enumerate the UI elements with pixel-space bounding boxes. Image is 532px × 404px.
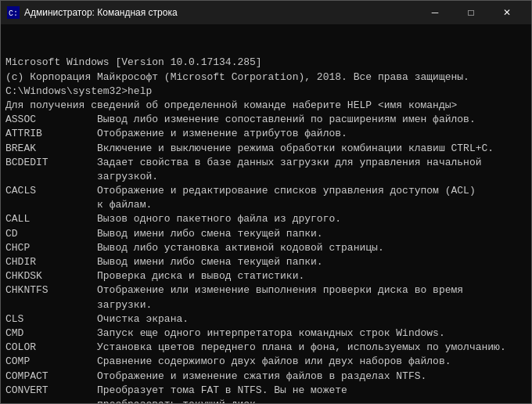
console-line: BREAK Включение и выключение режима обра… xyxy=(5,142,527,156)
maximize-button[interactable]: □ xyxy=(453,1,489,24)
titlebar: C: Администратор: Командная строка ─ □ ✕ xyxy=(1,1,531,24)
close-button[interactable]: ✕ xyxy=(489,1,525,24)
console-line: Для получения сведений об определенной к… xyxy=(5,99,527,113)
console-line: ASSOC Вывод либо изменение сопоставлений… xyxy=(5,113,527,127)
console-line: C:\Windows\system32>help xyxy=(5,85,527,99)
cmd-window: C: Администратор: Командная строка ─ □ ✕… xyxy=(0,0,532,404)
console-line: CONVERT Преобразует тома FAT в NTFS. Вы … xyxy=(5,384,527,398)
console-line: Microsoft Windows [Version 10.0.17134.28… xyxy=(5,56,527,70)
cmd-icon: C: xyxy=(7,6,20,19)
console-line: ATTRIB Отображение и изменение атрибутов… xyxy=(5,127,527,141)
console-line: COMPACT Отображение и изменение сжатия ф… xyxy=(5,370,527,384)
console-line: CLS Очистка экрана. xyxy=(5,312,527,326)
console-line: к файлам. xyxy=(5,198,527,212)
console-line: преобразовать текущий диск. xyxy=(5,398,527,403)
console-line: загрузки. xyxy=(5,298,527,312)
console-line: CALL Вызов одного пакетного файла из дру… xyxy=(5,212,527,226)
window-controls: ─ □ ✕ xyxy=(417,1,525,24)
console-line: COMP Сравнение содержимого двух файлов и… xyxy=(5,355,527,369)
console-line: BCDEDIT Задает свойства в базе данных за… xyxy=(5,156,527,170)
minimize-button[interactable]: ─ xyxy=(417,1,453,24)
console-line: CD Вывод имени либо смена текущей папки. xyxy=(5,227,527,241)
console-line: CHKDSK Проверка диска и вывод статистики… xyxy=(5,269,527,283)
console-line: CMD Запуск еще одного интерпретатора ком… xyxy=(5,326,527,341)
console-line: CACLS Отображение и редактирование списк… xyxy=(5,184,527,198)
console-output[interactable]: Microsoft Windows [Version 10.0.17134.28… xyxy=(1,24,531,403)
console-line: CHCP Вывод либо установка активной кодов… xyxy=(5,241,527,255)
console-line: CHDIR Вывод имени либо смена текущей пап… xyxy=(5,255,527,269)
console-line: загрузкой. xyxy=(5,170,527,184)
console-line: COLOR Установка цветов переднего плана и… xyxy=(5,341,527,355)
console-line: (с) Корпорация Майкрософт (Microsoft Cor… xyxy=(5,70,527,85)
console-line: CHKNTFS Отображение или изменение выполн… xyxy=(5,283,527,298)
svg-text:C:: C: xyxy=(9,9,18,18)
window-title: Администратор: Командная строка xyxy=(24,7,417,18)
